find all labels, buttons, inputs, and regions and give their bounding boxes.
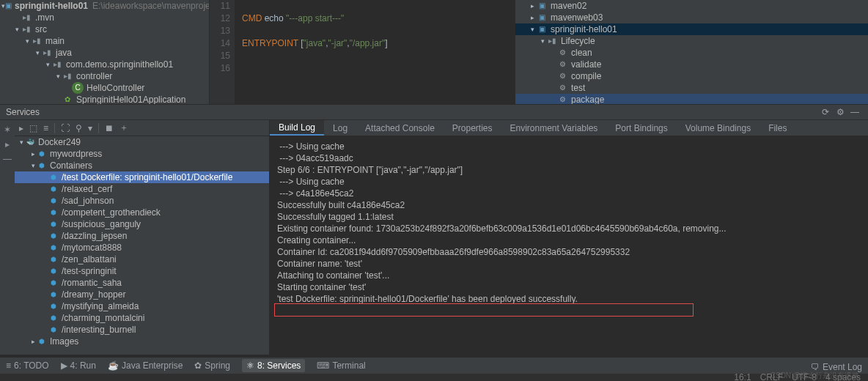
expand-arrow-icon[interactable] [44, 59, 51, 70]
expand-arrow-icon[interactable] [529, 12, 536, 23]
toolbar-icon[interactable]: ⬚ [29, 123, 37, 133]
expand-arrow-icon[interactable] [34, 47, 41, 59]
code-line[interactable] [242, 50, 515, 62]
bottom-tool-button[interactable]: ▶4: Run [61, 360, 96, 371]
toolbar-icon[interactable]: ▸ [19, 123, 23, 133]
toolbar-icon[interactable]: ⏹ [105, 123, 114, 133]
expand-arrow-icon[interactable]: ▾ [29, 162, 37, 169]
services-tree-item[interactable]: ▾ ⬢ Containers [15, 160, 269, 171]
services-tab[interactable]: Port Bindings [606, 120, 676, 136]
services-tree-item[interactable]: ⬢ /dazzling_jepsen [15, 230, 269, 242]
expand-arrow-icon[interactable]: ▸ [29, 338, 37, 345]
services-left-gutter[interactable]: ✶▸— [0, 120, 15, 355]
project-tree[interactable]: ▣ springinit-hello01 E:\ideaworkspace\ma… [0, 0, 210, 104]
services-toolwindow-header[interactable]: Services ⟳ ⚙ — [0, 104, 868, 120]
bottom-tool-button[interactable]: ☕Java Enterprise [108, 360, 183, 371]
tree-item[interactable]: ⚙ test [515, 82, 868, 94]
services-tree-item[interactable]: ⬢ /interesting_burnell [15, 324, 269, 336]
tree-item[interactable]: ▣ mavenweb03 [515, 12, 868, 23]
tree-item[interactable]: ▸▮ com.demo.springinithello01 [0, 59, 209, 70]
toolbar-icon[interactable]: ▾ [88, 123, 92, 133]
services-toolbar[interactable]: ▸⬚≡⛶⚲▾⏹＋ [15, 120, 269, 136]
services-tree-item[interactable]: ⬢ /competent_grothendieck [15, 207, 269, 218]
services-tree-item[interactable]: ⬢ /relaxed_cerf [15, 183, 269, 195]
expand-arrow-icon[interactable]: ▾ [18, 138, 25, 146]
services-tab[interactable]: Properties [444, 120, 501, 136]
code-line[interactable]: ENTRYPOINT ["java","-jar","/app.jar"] [242, 37, 515, 50]
gutter-action-icon[interactable]: ▸ [5, 139, 10, 149]
tree-item[interactable]: ▸▮ src [0, 23, 209, 35]
expand-arrow-icon[interactable] [23, 35, 31, 47]
tree-item[interactable]: ⚙ clean [515, 47, 868, 59]
pod-icon: ⬢ [48, 207, 59, 218]
services-tab[interactable]: Log [324, 120, 356, 136]
maven-panel[interactable]: ▣ maven02 ▣ mavenweb03 ▣ springinit-hell… [515, 0, 868, 104]
bottom-toolbar[interactable]: ≡6: TODO▶4: Run☕Java Enterprise✿Spring⚛8… [0, 358, 868, 374]
tree-item[interactable]: ▸▮ controller [0, 70, 209, 82]
tree-item[interactable]: ▸▮ .mvn [0, 12, 209, 23]
tree-item[interactable]: ▣ springinit-hello01 [515, 23, 868, 35]
services-tree-panel[interactable]: ▸⬚≡⛶⚲▾⏹＋ ▾ 🐳 Docker249 ▸ ⬢ mywordpress ▾… [15, 120, 270, 355]
editor-code[interactable]: CMD echo "---app start---"ENTRYPOINT ["j… [235, 0, 515, 104]
folder-icon: ▸▮ [21, 12, 32, 23]
build-log[interactable]: ---> Using cache ---> 04acc519aadcStep 6… [270, 136, 868, 355]
editor[interactable]: 111213141516 CMD echo "---app start---"E… [210, 0, 515, 104]
services-tab[interactable]: Build Log [270, 120, 324, 136]
toolbar-icon[interactable]: ⛶ [61, 123, 70, 133]
tree-item[interactable]: ▸▮ Lifecycle [515, 35, 868, 47]
services-tree-item[interactable]: ⬢ /test Dockerfile: springinit-hello01/D… [15, 171, 269, 183]
services-tree-item[interactable]: ⬢ /zen_albattani [15, 254, 269, 265]
services-tab[interactable]: Files [760, 120, 795, 136]
expand-arrow-icon[interactable] [54, 70, 62, 82]
code-line[interactable] [242, 62, 515, 75]
toolbar-icon[interactable]: ≡ [43, 123, 48, 133]
expand-arrow-icon[interactable] [529, 0, 536, 12]
services-tree-item[interactable]: ⬢ /suspicious_ganguly [15, 218, 269, 230]
services-tree-item[interactable]: ⬢ /charming_montalcini [15, 312, 269, 324]
refresh-icon[interactable]: ⟳ [818, 107, 833, 117]
gutter-action-icon[interactable]: — [3, 154, 12, 164]
tree-item[interactable]: ⚙ package [515, 94, 868, 104]
bottom-tool-button[interactable]: ⌨Terminal [317, 360, 365, 371]
services-tabs[interactable]: Build LogLogAttached ConsolePropertiesEn… [270, 120, 868, 136]
tree-item[interactable]: ⚙ compile [515, 70, 868, 82]
project-root[interactable]: ▣ springinit-hello01 E:\ideaworkspace\ma… [0, 0, 209, 12]
status-position[interactable]: 16:1 [734, 372, 751, 381]
expand-arrow-icon[interactable] [539, 35, 546, 47]
services-tree-item[interactable]: ⬢ /mytomcat8888 [15, 242, 269, 254]
tree-item[interactable]: ▸▮ java [0, 47, 209, 59]
expand-arrow-icon[interactable] [13, 23, 21, 35]
log-line: ---> Using cache [277, 141, 861, 152]
tree-item[interactable]: ✿ SpringinitHello01Application [0, 94, 209, 104]
toolbar-icon[interactable]: ⚲ [76, 123, 82, 133]
tree-item[interactable]: ▸▮ main [0, 35, 209, 47]
services-tab[interactable]: Attached Console [356, 120, 444, 136]
bottom-tool-button[interactable]: ⚛8: Services [242, 359, 305, 372]
services-tree-item[interactable]: ▸ ⬢ Images [15, 336, 269, 347]
services-tree-item[interactable]: ⬢ /romantic_saha [15, 277, 269, 289]
tree-item[interactable]: C HelloController [0, 82, 209, 94]
gear-icon: ⚙ [556, 82, 568, 94]
bottom-tool-button[interactable]: ≡6: TODO [6, 360, 49, 371]
services-tree-item[interactable]: ⬢ /dreamy_hopper [15, 289, 269, 300]
services-tree-item[interactable]: ▸ ⬢ mywordpress [15, 148, 269, 160]
project-name: springinit-hello01 [15, 0, 88, 12]
services-tab[interactable]: Environment Variables [501, 120, 607, 136]
code-line[interactable]: CMD echo "---app start---" [242, 12, 515, 25]
services-tab[interactable]: Volume Bindings [677, 120, 760, 136]
services-tree-item[interactable]: ▾ 🐳 Docker249 [15, 136, 269, 148]
hide-icon[interactable]: — [847, 107, 862, 117]
tree-item[interactable]: ⚙ validate [515, 59, 868, 70]
gutter-action-icon[interactable]: ✶ [4, 125, 11, 135]
gear-icon[interactable]: ⚙ [833, 107, 847, 117]
services-tree-item[interactable]: ⬢ /sad_johnson [15, 195, 269, 207]
services-tree-item[interactable]: ⬢ /test-springinit [15, 265, 269, 277]
services-tree-item[interactable]: ⬢ /mystifying_almeida [15, 300, 269, 312]
code-line[interactable] [242, 25, 515, 37]
code-line[interactable] [242, 0, 515, 12]
bottom-tool-button[interactable]: ✿Spring [194, 360, 230, 371]
expand-arrow-icon[interactable]: ▸ [29, 150, 37, 158]
expand-arrow-icon[interactable] [529, 23, 536, 35]
toolbar-icon[interactable]: ＋ [119, 122, 128, 134]
tree-item[interactable]: ▣ maven02 [515, 0, 868, 12]
